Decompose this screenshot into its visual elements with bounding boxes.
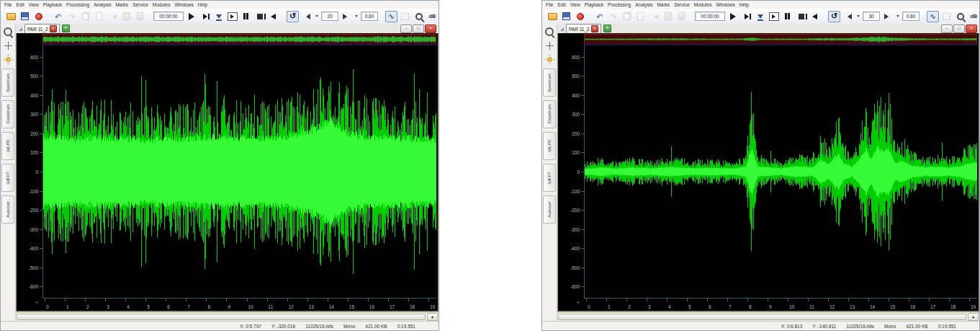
menu-analysis[interactable]: Analysis bbox=[635, 2, 652, 7]
new-tab-button[interactable]: + bbox=[603, 25, 611, 32]
magnifier-tool-button[interactable] bbox=[2, 26, 14, 37]
playback-time-field[interactable]: 00:00:00 bbox=[695, 12, 725, 21]
pause-button[interactable] bbox=[240, 11, 252, 22]
speed-field[interactable]: 0.80 bbox=[361, 12, 378, 21]
horizontal-scrollbar[interactable]: ▲ bbox=[557, 312, 979, 322]
save-file-button[interactable] bbox=[19, 11, 31, 22]
volume-up-button[interactable] bbox=[340, 11, 352, 22]
zoom-tool-button[interactable] bbox=[954, 11, 966, 22]
crosshair-tool-button[interactable] bbox=[544, 40, 555, 51]
panel-tab-3dfft[interactable]: 3dFFT bbox=[543, 164, 556, 192]
playback-time-field[interactable]: 00:00:00 bbox=[153, 12, 184, 21]
db-scale-button[interactable]: dB bbox=[426, 11, 439, 22]
dropdown-caret-icon[interactable] bbox=[355, 15, 358, 17]
menu-playback[interactable]: Playback bbox=[585, 2, 603, 7]
go-to-start-button[interactable] bbox=[809, 11, 821, 22]
volume-up-button[interactable] bbox=[881, 11, 894, 22]
tab-scroll-icon[interactable] bbox=[560, 27, 564, 31]
waveform-display[interactable] bbox=[584, 45, 977, 298]
scroll-up-button[interactable]: ▲ bbox=[968, 313, 979, 321]
play-window-button[interactable] bbox=[768, 11, 780, 22]
play-selection-button[interactable] bbox=[199, 11, 211, 22]
panel-tab-spectrum[interactable]: Spectrum bbox=[543, 69, 556, 97]
scrollbar-thumb[interactable] bbox=[558, 314, 966, 320]
play-button[interactable] bbox=[185, 11, 197, 22]
tab-close-icon[interactable]: × bbox=[591, 25, 598, 32]
go-to-start-button[interactable] bbox=[267, 11, 279, 22]
minimize-button[interactable]: – bbox=[941, 25, 953, 33]
speed-field[interactable]: 0.80 bbox=[902, 12, 920, 21]
menu-modules[interactable]: Modules bbox=[153, 2, 171, 7]
panel-tab-cepstrum[interactable]: Cepstrum bbox=[543, 100, 556, 128]
menu-windows[interactable]: Windows bbox=[716, 2, 734, 7]
menu-help[interactable]: Help bbox=[740, 2, 749, 7]
document-tab[interactable]: PAR 11_2 × bbox=[24, 24, 60, 33]
panel-tab-3dlpc[interactable]: 3dLPC bbox=[543, 132, 556, 160]
menu-service[interactable]: Service bbox=[674, 2, 690, 7]
panel-tab-3dfft[interactable]: 3dFFT bbox=[1, 164, 14, 192]
loop-button[interactable]: ↺ bbox=[828, 11, 840, 22]
db-scale-button[interactable]: dB bbox=[968, 11, 980, 22]
dropdown-caret-icon[interactable] bbox=[896, 15, 899, 17]
play-from-cursor-button[interactable] bbox=[212, 11, 225, 22]
play-button[interactable] bbox=[727, 11, 739, 22]
menu-help[interactable]: Help bbox=[198, 2, 207, 7]
menu-marks[interactable]: Marks bbox=[115, 2, 128, 7]
pause-button[interactable] bbox=[781, 11, 794, 22]
close-button[interactable]: × bbox=[425, 25, 436, 33]
open-file-button[interactable] bbox=[5, 11, 17, 22]
waveform-display[interactable] bbox=[42, 45, 436, 298]
tab-close-icon[interactable]: × bbox=[50, 25, 57, 32]
save-file-button[interactable] bbox=[560, 11, 572, 22]
menu-view[interactable]: View bbox=[570, 2, 580, 7]
envelope-tool-button[interactable]: ∿ bbox=[927, 11, 939, 22]
panel-tab-autocorr[interactable]: Autocorr bbox=[1, 195, 14, 224]
dropdown-caret-icon[interactable] bbox=[857, 15, 860, 17]
menu-file[interactable]: File bbox=[4, 2, 12, 7]
volume-down-button[interactable] bbox=[842, 11, 854, 22]
new-tab-button[interactable]: + bbox=[62, 25, 70, 32]
volume-down-button[interactable] bbox=[300, 11, 313, 22]
horizontal-scrollbar[interactable]: ▲ bbox=[16, 312, 439, 322]
play-from-cursor-button[interactable] bbox=[754, 11, 766, 22]
scrollbar-thumb[interactable] bbox=[17, 314, 426, 320]
axis-zoom-icon[interactable]: + bbox=[35, 300, 38, 305]
document-tab[interactable]: PAR 11_2 × bbox=[566, 24, 601, 33]
scroll-up-button[interactable]: ▲ bbox=[427, 313, 438, 321]
magnifier-tool-button[interactable] bbox=[544, 26, 555, 37]
menu-analysis[interactable]: Analysis bbox=[94, 2, 111, 7]
minimize-button[interactable]: – bbox=[400, 25, 412, 33]
restore-button[interactable]: □ bbox=[953, 25, 965, 33]
panel-tab-3dlpc[interactable]: 3dLPC bbox=[1, 132, 14, 160]
brightness-tool-button[interactable] bbox=[544, 53, 555, 65]
axis-zoom-icon[interactable]: + bbox=[577, 300, 580, 305]
zoom-tool-button[interactable] bbox=[413, 11, 425, 22]
record-button[interactable] bbox=[574, 11, 586, 22]
menu-playback[interactable]: Playback bbox=[43, 2, 62, 7]
loop-button[interactable]: ↺ bbox=[287, 11, 299, 22]
volume-field[interactable]: 30 bbox=[863, 12, 880, 21]
menu-marks[interactable]: Marks bbox=[657, 2, 670, 7]
play-window-button[interactable] bbox=[226, 11, 238, 22]
menu-view[interactable]: View bbox=[29, 2, 39, 7]
play-selection-button[interactable] bbox=[740, 11, 752, 22]
menu-file[interactable]: File bbox=[546, 2, 553, 7]
panel-tab-cepstrum[interactable]: Cepstrum bbox=[1, 100, 14, 128]
undo-button[interactable]: ↶ bbox=[593, 11, 606, 22]
open-file-button[interactable] bbox=[547, 11, 559, 22]
waveform-overview-strip[interactable] bbox=[584, 34, 977, 45]
close-button[interactable]: × bbox=[966, 25, 977, 33]
menu-service[interactable]: Service bbox=[132, 2, 148, 7]
menu-modules[interactable]: Modules bbox=[694, 2, 712, 7]
menu-processing[interactable]: Processing bbox=[66, 2, 89, 7]
dropdown-caret-icon[interactable] bbox=[315, 15, 318, 17]
menu-edit[interactable]: Edit bbox=[16, 2, 24, 7]
volume-field[interactable]: 20 bbox=[321, 12, 338, 21]
tab-scroll-icon[interactable] bbox=[19, 27, 22, 31]
waveform-overview-strip[interactable] bbox=[42, 34, 436, 45]
panel-tab-autocorr[interactable]: Autocorr bbox=[543, 195, 556, 224]
panel-tab-spectrum[interactable]: Spectrum bbox=[1, 69, 14, 97]
crosshair-tool-button[interactable] bbox=[2, 40, 14, 51]
restore-button[interactable]: □ bbox=[413, 25, 424, 33]
brightness-tool-button[interactable] bbox=[2, 53, 14, 65]
